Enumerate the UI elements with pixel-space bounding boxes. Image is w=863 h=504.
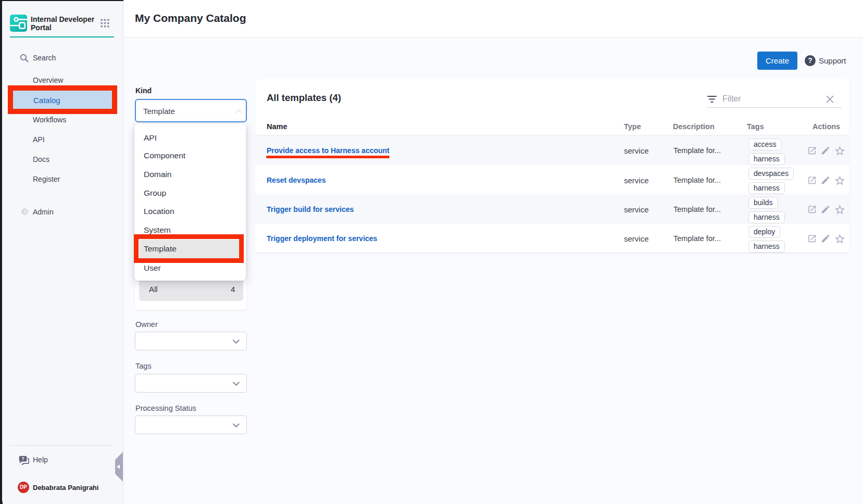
svg-text:?: ? bbox=[21, 456, 24, 461]
